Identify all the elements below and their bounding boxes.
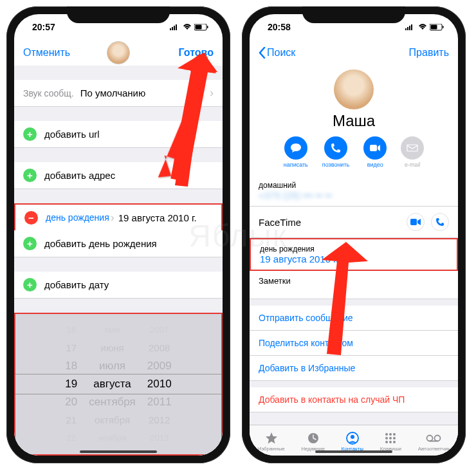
keypad-icon — [384, 431, 397, 445]
picker-selection-bar — [15, 374, 221, 394]
wifi-icon — [418, 24, 427, 30]
svg-point-26 — [385, 441, 388, 443]
message-icon — [290, 143, 302, 153]
facetime-audio-button[interactable] — [431, 213, 449, 231]
annotation-arrow-2 — [309, 238, 380, 360]
svg-point-22 — [393, 433, 396, 436]
svg-rect-6 — [207, 26, 208, 28]
svg-marker-35 — [175, 53, 217, 187]
date-picker[interactable]: 16 17 18 19 20 21 22 мая июня июля — [14, 313, 223, 456]
add-url-label: добавить url — [44, 129, 100, 140]
action-buttons: написать позвонить видео e-mail — [250, 136, 458, 168]
svg-rect-14 — [370, 145, 377, 151]
home-indicator[interactable] — [80, 450, 157, 453]
add-icon: + — [23, 127, 37, 141]
annotation-arrow-1 — [142, 49, 219, 197]
svg-point-25 — [393, 437, 396, 439]
svg-point-24 — [389, 437, 392, 439]
sound-value: По умолчанию — [80, 88, 145, 98]
tab-voicemail[interactable]: Автоответчик — [418, 431, 450, 452]
facetime-row: FaceTime — [250, 207, 458, 238]
notch — [67, 6, 170, 23]
add-date-label: добавить дату — [44, 279, 109, 290]
tab-contacts[interactable]: Контакты — [342, 431, 364, 452]
phone-icon — [435, 217, 444, 226]
svg-point-23 — [385, 437, 388, 439]
svg-rect-8 — [407, 27, 408, 30]
svg-point-29 — [427, 435, 433, 441]
birthday-row[interactable]: − день рождения › 19 августа 2010 г. — [14, 203, 223, 230]
add-birthday-label: добавить день рождения — [44, 238, 157, 249]
svg-rect-3 — [176, 24, 177, 30]
add-icon: + — [23, 169, 37, 182]
star-icon — [265, 431, 278, 445]
facetime-video-button[interactable] — [407, 213, 425, 231]
delete-icon[interactable]: − — [24, 211, 38, 225]
emergency-contact-link[interactable]: Добавить в контакты на случай ЧП — [250, 387, 458, 412]
message-button[interactable]: написать — [284, 136, 308, 168]
svg-rect-13 — [443, 26, 444, 28]
svg-rect-10 — [411, 24, 412, 30]
add-address-label: добавить адрес — [44, 170, 115, 181]
phone-label: домашний — [259, 181, 449, 190]
battery-icon — [430, 24, 444, 31]
cancel-button[interactable]: Отменить — [23, 47, 70, 59]
svg-point-20 — [385, 433, 388, 436]
birthday-field-label: день рождения — [46, 212, 109, 223]
mail-button: e-mail — [401, 136, 424, 168]
video-icon — [410, 219, 421, 225]
svg-rect-1 — [172, 27, 173, 30]
svg-rect-16 — [410, 219, 417, 225]
tab-keypad[interactable]: Клавиши — [380, 431, 401, 452]
add-birthday-row[interactable]: + добавить день рождения — [14, 230, 223, 257]
svg-rect-0 — [170, 28, 171, 30]
signal-icon — [405, 24, 416, 30]
view-navbar: Поиск Править — [250, 40, 458, 66]
svg-rect-5 — [196, 24, 202, 29]
wifi-icon — [183, 24, 192, 30]
svg-rect-12 — [431, 24, 437, 29]
contact-icon — [346, 431, 359, 445]
svg-point-21 — [389, 433, 392, 436]
phone-icon — [331, 143, 341, 153]
contact-avatar-small[interactable] — [107, 41, 130, 64]
svg-point-30 — [435, 435, 441, 441]
edit-button[interactable]: Править — [409, 47, 449, 59]
clock-icon — [307, 431, 320, 445]
svg-point-19 — [351, 435, 354, 439]
contact-name: Маша — [250, 112, 458, 130]
tab-favorites[interactable]: Избранные — [258, 431, 285, 452]
add-icon: + — [23, 237, 37, 250]
svg-rect-2 — [174, 26, 175, 30]
svg-rect-7 — [405, 28, 407, 30]
voicemail-icon — [426, 431, 441, 445]
sound-label: Звук сообщ. — [23, 88, 74, 98]
add-date-row[interactable]: + добавить дату — [14, 272, 223, 299]
phone-number: +375 (29) ••• •• •• — [259, 190, 449, 201]
mail-icon — [407, 144, 418, 152]
contact-avatar[interactable] — [334, 69, 374, 109]
signal-icon — [170, 24, 180, 30]
birthday-value: 19 августа 2010 г. — [118, 212, 197, 223]
facetime-label: FaceTime — [259, 217, 301, 228]
home-indicator[interactable] — [315, 450, 392, 453]
video-icon — [369, 144, 381, 152]
call-button[interactable]: позвонить — [322, 136, 349, 168]
notch — [302, 6, 405, 23]
status-time: 20:58 — [268, 22, 291, 32]
chevron-right-icon: › — [111, 211, 114, 225]
battery-icon — [194, 24, 208, 31]
status-time: 20:57 — [32, 22, 55, 32]
svg-rect-15 — [407, 145, 417, 151]
phone-block[interactable]: домашний +375 (29) ••• •• •• — [250, 176, 458, 207]
chevron-left-icon — [259, 47, 266, 59]
svg-point-27 — [389, 441, 392, 443]
video-button[interactable]: видео — [363, 136, 387, 168]
back-button[interactable]: Поиск — [259, 47, 295, 59]
svg-rect-9 — [409, 26, 410, 30]
phone-right: 20:58 Поиск Править Маша — [242, 6, 466, 463]
add-icon: + — [23, 278, 37, 291]
svg-point-28 — [393, 441, 396, 443]
tab-recents[interactable]: Недавние — [301, 431, 325, 452]
svg-marker-36 — [322, 242, 368, 355]
